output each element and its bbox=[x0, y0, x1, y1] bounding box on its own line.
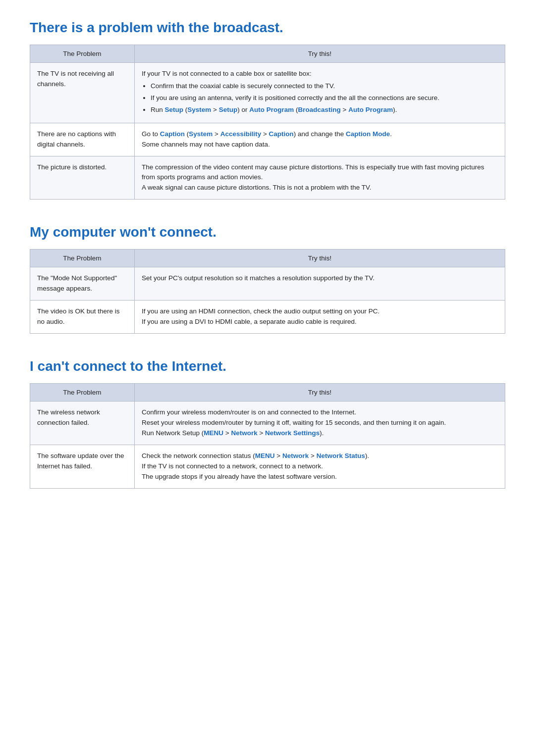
internet-col-problem: The Problem bbox=[30, 383, 135, 401]
try-cell: Go to Caption (System > Accessibility > … bbox=[134, 123, 505, 156]
broadcast-col-problem: The Problem bbox=[30, 45, 135, 63]
problem-cell: The picture is distorted. bbox=[30, 156, 135, 200]
problem-cell: There are no captions with digital chann… bbox=[30, 123, 135, 156]
table-row: The video is OK but there is no audio. I… bbox=[30, 301, 505, 334]
computer-table: The Problem Try this! The "Mode Not Supp… bbox=[30, 249, 505, 334]
computer-col-problem: The Problem bbox=[30, 250, 135, 267]
problem-cell: The "Mode Not Supported" message appears… bbox=[30, 267, 135, 301]
computer-col-try: Try this! bbox=[134, 250, 505, 267]
try-cell: Check the network connection status (MEN… bbox=[134, 445, 505, 488]
internet-title: I can't connect to the Internet. bbox=[30, 358, 505, 374]
table-row: There are no captions with digital chann… bbox=[30, 123, 505, 156]
try-cell: The compression of the video content may… bbox=[134, 156, 505, 200]
broadcast-table: The Problem Try this! The TV is not rece… bbox=[30, 45, 505, 200]
internet-table: The Problem Try this! The wireless netwo… bbox=[30, 383, 505, 489]
internet-col-try: Try this! bbox=[134, 383, 505, 401]
table-row: The TV is not receiving all channels. If… bbox=[30, 63, 505, 123]
table-row: The software update over the Internet ha… bbox=[30, 445, 505, 488]
broadcast-section: There is a problem with the broadcast. T… bbox=[30, 20, 505, 200]
broadcast-col-try: Try this! bbox=[134, 45, 505, 63]
try-cell: Confirm your wireless modem/router is on… bbox=[134, 401, 505, 445]
problem-cell: The video is OK but there is no audio. bbox=[30, 301, 135, 334]
table-row: The picture is distorted. The compressio… bbox=[30, 156, 505, 200]
internet-section: I can't connect to the Internet. The Pro… bbox=[30, 358, 505, 489]
broadcast-title: There is a problem with the broadcast. bbox=[30, 20, 505, 36]
table-row: The wireless network connection failed. … bbox=[30, 401, 505, 445]
try-cell: If you are using an HDMI connection, che… bbox=[134, 301, 505, 334]
problem-cell: The TV is not receiving all channels. bbox=[30, 63, 135, 123]
try-cell: If your TV is not connected to a cable b… bbox=[134, 63, 505, 123]
computer-title: My computer won't connect. bbox=[30, 224, 505, 240]
problem-cell: The software update over the Internet ha… bbox=[30, 445, 135, 488]
table-row: The "Mode Not Supported" message appears… bbox=[30, 267, 505, 301]
problem-cell: The wireless network connection failed. bbox=[30, 401, 135, 445]
try-cell: Set your PC's output resolution so it ma… bbox=[134, 267, 505, 301]
computer-section: My computer won't connect. The Problem T… bbox=[30, 224, 505, 334]
